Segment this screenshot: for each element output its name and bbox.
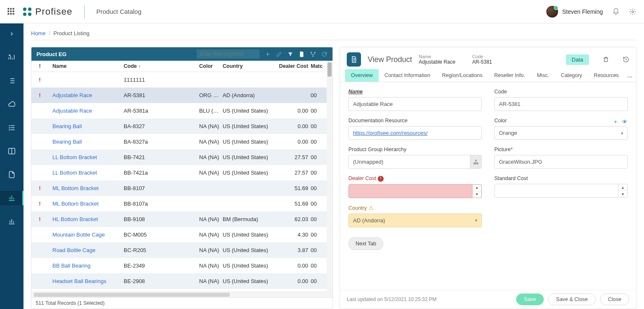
document-icon — [347, 52, 361, 67]
close-button[interactable]: Close — [600, 294, 629, 305]
detail-footer: Last updated on 5/12/2021 10:25:32 PM Sa… — [340, 290, 636, 309]
vertical-scrollbar[interactable] — [327, 61, 332, 291]
chevron-down-icon: ▾ — [475, 218, 478, 223]
tab-misc[interactable]: Misc. — [531, 69, 555, 82]
filter-icon[interactable] — [287, 51, 293, 57]
spinner-down-icon[interactable]: ▼ — [473, 191, 481, 198]
user-chip[interactable]: Steven Fleming — [546, 6, 603, 18]
save-button[interactable]: Save — [516, 294, 544, 305]
sidebar-tasks[interactable] — [0, 121, 23, 135]
horizontal-scrollbar[interactable] — [31, 291, 332, 297]
doc-link[interactable]: https://profisee.com/resources/ — [348, 126, 482, 140]
tab-region[interactable]: Region/Locations — [436, 69, 488, 82]
picture-field[interactable] — [494, 155, 628, 169]
tabs: Overview Contact Information Region/Loca… — [340, 69, 636, 82]
table-row[interactable]: Bearing BallBA-8327NA (NA)US (United Sta… — [31, 118, 332, 134]
color-view-icon[interactable]: 👁 — [622, 118, 628, 125]
data-button[interactable]: Data — [566, 54, 589, 65]
svg-rect-6 — [475, 160, 476, 160]
app-launcher-icon[interactable] — [8, 8, 15, 15]
color-select[interactable] — [494, 126, 628, 140]
color-add-icon[interactable]: ＋ — [613, 118, 618, 126]
sort-asc-icon: ↑ — [138, 64, 141, 69]
gear-icon[interactable] — [629, 8, 636, 15]
table-row[interactable]: !ML Bottom BracketBB-8107a51.6900 — [31, 196, 332, 211]
table-row[interactable]: Mountain Bottle CageBC-M005NA (NA)US (Un… — [31, 227, 332, 242]
sidebar-expand[interactable] — [0, 27, 23, 41]
code-label: Code — [494, 89, 628, 95]
table-row[interactable]: Headset Ball BearingsBE-2908NA (NA)US (U… — [31, 273, 332, 289]
breadcrumb-home[interactable]: Home — [31, 30, 46, 36]
sidebar-file[interactable] — [0, 167, 23, 182]
table-row[interactable]: !ML Bottom BracketBB-810751.6900 — [31, 180, 332, 196]
name-field[interactable] — [348, 97, 482, 111]
grid-footer: 511 Total Records (1 Selected) — [31, 297, 332, 309]
spinner-up-icon[interactable]: ▲ — [618, 184, 627, 191]
group-field[interactable] — [348, 155, 470, 169]
detail-form: Name Code Documentation Resource https:/… — [340, 82, 636, 290]
trash-icon[interactable] — [602, 56, 609, 63]
sidebar-panels[interactable] — [0, 144, 23, 158]
brand-logo: Profisee — [23, 6, 73, 17]
relations-icon[interactable] — [310, 51, 316, 57]
next-tab-button[interactable]: Next Tab — [348, 237, 383, 250]
table-row[interactable]: Adjustable RaceAR-5381aBLU (…US (United … — [31, 103, 332, 118]
group-label: Product Group Hierarchy — [348, 147, 482, 152]
svg-point-0 — [632, 10, 634, 13]
add-icon[interactable] — [265, 51, 271, 57]
table-row[interactable]: Bearing BallBA-8327aNA (NA)US (United St… — [31, 134, 332, 149]
table-row[interactable]: !HL Bottom BracketBB-9108NA (NA)BM (Berm… — [31, 211, 332, 227]
tab-category[interactable]: Category — [555, 69, 588, 82]
color-label: Color — [494, 118, 507, 124]
detail-title: View Product — [368, 55, 412, 64]
grid-header: Product EG — [31, 47, 332, 61]
tab-overview[interactable]: Overview — [345, 69, 379, 82]
export-icon[interactable] — [299, 51, 305, 57]
save-close-button[interactable]: Save & Close — [548, 294, 596, 305]
history-icon[interactable] — [623, 56, 629, 63]
table-row[interactable]: Road Bottle CageBC-R205NA (NA)US (United… — [31, 242, 332, 258]
table-row[interactable]: LL Bottom BracketBB-7421NA (NA)US (Unite… — [31, 149, 332, 165]
sidebar-list[interactable] — [0, 74, 23, 88]
tab-resources[interactable]: Resources — [588, 69, 625, 82]
tab-contact[interactable]: Contact Information — [379, 69, 436, 82]
grid-table: ! Name Code ↑ Color Country Dealer Cost … — [31, 61, 332, 291]
tab-reseller[interactable]: Reseller Info. — [488, 69, 531, 82]
page-title: Product Catalog — [96, 8, 142, 15]
stdcost-label: Standard Cost — [494, 175, 628, 181]
svg-rect-7 — [474, 163, 475, 164]
code-field[interactable] — [494, 97, 628, 111]
avatar — [546, 6, 558, 18]
table-row[interactable]: !Adjustable RaceAR-5381ORG …AD (Andorra)… — [31, 88, 332, 103]
svg-point-3 — [311, 52, 312, 53]
filter-input[interactable] — [197, 49, 260, 59]
error-badge-icon: ! — [378, 176, 384, 182]
name-label: Name — [348, 89, 482, 95]
sidebar-reports[interactable] — [0, 214, 23, 229]
edit-icon[interactable] — [276, 51, 282, 57]
chevron-down-icon: ▾ — [621, 130, 623, 136]
svg-rect-8 — [475, 163, 476, 164]
table-row[interactable]: BB Ball BearingBE-2349NA (NA)US (United … — [31, 258, 332, 273]
table-row[interactable]: !1111111 — [31, 72, 332, 88]
sidebar-cloud[interactable] — [0, 97, 23, 111]
sidebar-dashboard[interactable] — [0, 50, 23, 64]
table-row[interactable]: LL Bottom BracketBB-7421aNA (NA)US (Unit… — [31, 165, 332, 180]
last-updated: Last updated on 5/12/2021 10:25:32 PM — [347, 296, 436, 302]
grid-panel: Product EG ! Name Code ↑ Color — [31, 47, 333, 309]
hierarchy-icon[interactable] — [470, 155, 482, 169]
picture-label: Picture* — [494, 147, 628, 152]
spinner-up-icon[interactable]: ▲ — [473, 185, 481, 191]
stdcost-field[interactable] — [494, 184, 618, 198]
country-label: Country⚠ — [348, 205, 482, 211]
sidebar-analytics-active[interactable] — [0, 191, 23, 205]
svg-rect-9 — [477, 163, 478, 164]
spinner-down-icon[interactable]: ▼ — [618, 191, 627, 197]
dealer-cost-field[interactable] — [348, 184, 473, 198]
topbar: Profisee Product Catalog Steven Fleming — [0, 0, 644, 23]
tabs-overflow[interactable]: … — [625, 72, 635, 79]
bell-icon[interactable] — [612, 8, 620, 15]
country-select[interactable] — [348, 214, 482, 227]
refresh-icon[interactable] — [321, 51, 327, 57]
svg-point-1 — [9, 55, 10, 56]
